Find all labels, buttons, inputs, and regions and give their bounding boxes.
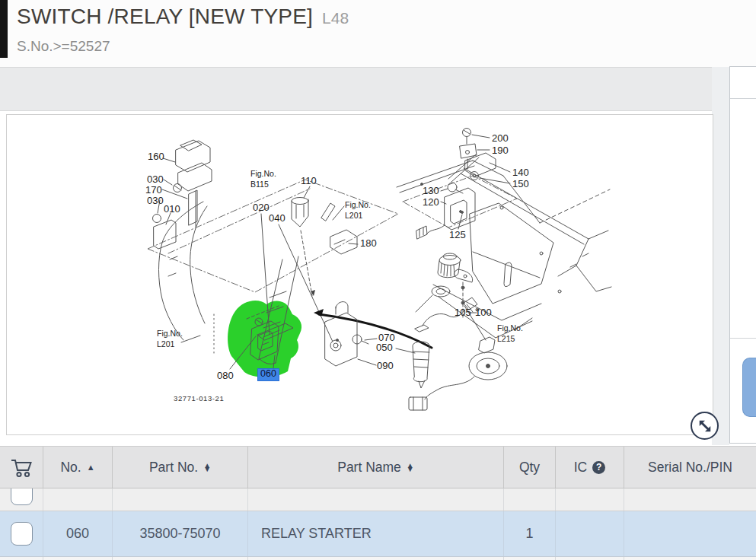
diagram-label-200[interactable]: 200 <box>492 133 509 144</box>
diagram-label-fig-no-l215: Fig.No. L215 <box>497 323 523 344</box>
diagram-label-125[interactable]: 125 <box>449 230 466 240</box>
serial-range-note: S.No.>=52527 <box>17 38 110 55</box>
cart-icon <box>8 455 34 479</box>
cell-part-name: RELAY STARTER <box>248 511 504 556</box>
diagram-label-100[interactable]: 100 <box>475 307 492 318</box>
row-checkbox[interactable] <box>11 488 33 505</box>
diagram-canvas[interactable]: 160030170030010Fig.No. B115020040110Fig.… <box>6 114 713 435</box>
column-header-part-no[interactable]: Part No. ▲▼ <box>113 447 248 488</box>
sort-both-icon: ▲▼ <box>407 463 414 472</box>
column-header-qty: Qty <box>504 447 556 488</box>
diagram-label-105[interactable]: 105 <box>455 307 471 318</box>
expand-button[interactable] <box>691 412 719 440</box>
diagram-label-060[interactable]: 060 <box>258 369 279 380</box>
diagram-label-040[interactable]: 040 <box>269 213 285 224</box>
exploded-diagram-art <box>7 115 713 434</box>
column-header-no[interactable]: No. ▲ <box>43 447 113 488</box>
viewer-gutter <box>712 67 729 445</box>
diagram-label-190[interactable]: 190 <box>492 145 509 156</box>
sort-both-icon: ▲▼ <box>203 463 211 472</box>
page-title: SWITCH /RELAY [NEW TYPE] <box>17 5 313 29</box>
row-checkbox[interactable] <box>11 522 33 546</box>
diagram-label-180[interactable]: 180 <box>360 238 377 249</box>
diagram-label-150[interactable]: 150 <box>512 179 529 189</box>
table-header-row: No. ▲ Part No. ▲▼ Part Name ▲▼ Qty IC ? <box>0 446 756 488</box>
diagram-label-140[interactable]: 140 <box>512 167 529 178</box>
diagram-label-110[interactable]: 110 <box>301 176 317 186</box>
page-header: SWITCH /RELAY [NEW TYPE] L48 S.No.>=5252… <box>0 0 756 67</box>
diagram-label-32771-013-21: 32771-013-21 <box>174 395 224 402</box>
cell-qty: 1 <box>504 511 556 556</box>
model-code: L48 <box>322 9 349 27</box>
diagram-label-020[interactable]: 020 <box>253 202 270 213</box>
cell-part-no: 35800-75070 <box>113 511 248 556</box>
cart-column-header[interactable] <box>0 447 43 488</box>
diagram-label-010[interactable]: 010 <box>164 204 180 215</box>
diagram-label-160[interactable]: 160 <box>148 151 164 162</box>
cell-ic <box>556 511 624 556</box>
left-edge-artifact <box>0 0 8 58</box>
sort-asc-icon: ▲ <box>87 463 95 472</box>
panel-drawer-button[interactable] <box>742 358 756 417</box>
parts-catalog-page: SWITCH /RELAY [NEW TYPE] L48 S.No.>=5252… <box>0 0 756 560</box>
diagram-label-030[interactable]: 030 <box>147 196 164 206</box>
viewer-toolbar: HQ LQ <box>0 67 713 111</box>
diagram-label-130[interactable]: 130 <box>423 186 439 196</box>
diagram-label-fig-no-l201: Fig.No. L201 <box>157 329 183 349</box>
cell-no: 060 <box>43 511 113 556</box>
column-header-serial: Serial No./PIN <box>624 447 756 488</box>
diagram-label-120[interactable]: 120 <box>423 197 439 208</box>
help-icon[interactable]: ? <box>592 461 605 474</box>
diagram-label-fig-no-l201: Fig.No. L201 <box>345 200 371 221</box>
diagram-label-090[interactable]: 090 <box>377 361 394 371</box>
column-header-ic: IC ? <box>556 447 624 488</box>
table-row-partial-bottom <box>0 557 756 560</box>
diagram-label-fig-no-b115: Fig.No. B115 <box>250 169 276 189</box>
table-row-060[interactable]: 060 35800-75070 RELAY STARTER 1 <box>0 511 756 557</box>
diagram-label-050[interactable]: 050 <box>376 342 393 353</box>
resize-diagonal-icon <box>695 416 715 436</box>
parts-table: No. ▲ Part No. ▲▼ Part Name ▲▼ Qty IC ? <box>0 446 756 560</box>
cell-serial <box>624 511 756 556</box>
column-header-part-name[interactable]: Part Name ▲▼ <box>248 447 504 488</box>
table-row-partial[interactable] <box>0 488 756 511</box>
diagram-label-080[interactable]: 080 <box>217 371 234 381</box>
